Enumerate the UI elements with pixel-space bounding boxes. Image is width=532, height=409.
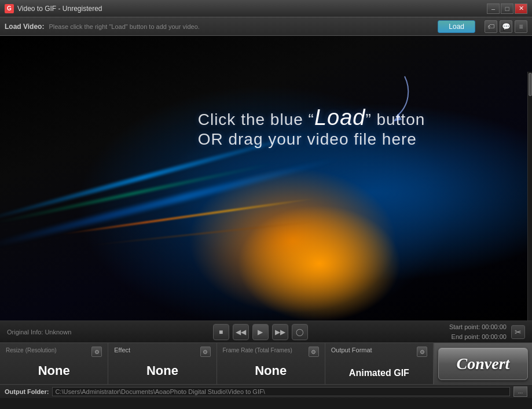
output-format-title: Output Format [331,347,372,353]
output-format-gear-button[interactable]: ⚙ [417,347,427,357]
resize-value: None [6,363,102,381]
minimize-button[interactable]: – [487,3,500,14]
scissors-button[interactable]: ✂ [511,325,525,339]
output-format-section: Output Format ⚙ Animated GIF [325,343,434,384]
effect-gear-button[interactable]: ⚙ [200,347,211,357]
instructions-area: Click the blue “Load” button OR drag you… [198,105,425,149]
app-icon: G [5,4,14,13]
controls-bar: Original Info: Unknown ■ ◀◀ ▶ ▶▶ ◯ Start… [0,320,532,342]
framerate-value: None [223,363,319,381]
framerate-header: Frame Rate (Total Frames) ⚙ [223,347,319,357]
load-bar: Load Video: Please click the right "Load… [0,17,532,36]
time-info-wrap: Start point: 00:00:00 End point: 00:00:0… [449,322,525,341]
effect-title: Effect [114,347,130,353]
effect-value: None [114,363,210,381]
instruction-line-1: Click the blue “Load” button [198,105,425,130]
resize-gear-button[interactable]: ⚙ [91,347,102,357]
framerate-title: Frame Rate (Total Frames) [223,347,292,353]
effect-section: Effect ⚙ None [108,343,217,384]
window-title: Video to GIF - Unregistered [17,5,102,13]
playback-controls: ■ ◀◀ ▶ ▶▶ ◯ [213,324,308,340]
scroll-thumb[interactable] [529,73,532,96]
stop-button[interactable]: ■ [213,324,229,340]
title-bar: G Video to GIF - Unregistered – □ ✕ [0,0,532,17]
tag-icon[interactable]: 🏷 [485,20,497,33]
video-area[interactable]: Click the blue “Load” button OR drag you… [0,36,532,320]
title-controls: – □ ✕ [487,3,527,14]
output-folder-path: C:\Users\Administrator\Documents\AoaoPho… [52,387,510,396]
chat-icon[interactable]: 💬 [500,20,512,33]
next-button[interactable]: ▶▶ [272,324,288,340]
resize-header: Resize (Resolution) ⚙ [6,347,102,357]
time-info: Start point: 00:00:00 End point: 00:00:0… [449,322,507,341]
convert-section[interactable]: Convert [434,343,532,384]
output-format-header: Output Format ⚙ [331,347,427,357]
side-scrollbar[interactable] [527,72,532,320]
end-point: End point: 00:00:00 [449,332,507,342]
convert-button[interactable]: Convert [438,348,528,380]
prev-button[interactable]: ◀◀ [233,324,249,340]
play-button[interactable]: ▶ [252,324,269,340]
output-folder-label: Output Folder: [5,388,49,395]
output-folder-bar: Output Folder: C:\Users\Administrator\Do… [0,384,532,398]
list-icon[interactable]: ≡ [515,20,527,33]
bottom-panel: Resize (Resolution) ⚙ None Effect ⚙ None… [0,342,532,384]
convert-button-label: Convert [457,355,510,373]
output-folder-browse-button[interactable]: ... [513,386,527,397]
title-bar-left: G Video to GIF - Unregistered [5,4,102,13]
resize-section: Resize (Resolution) ⚙ None [0,343,108,384]
load-path-text: Please click the right "Load" button to … [49,23,433,30]
close-button[interactable]: ✕ [515,3,527,14]
maximize-button[interactable]: □ [501,3,513,14]
load-video-label: Load Video: [5,23,44,31]
original-info: Original Info: Unknown [7,329,71,336]
framerate-gear-button[interactable]: ⚙ [309,347,319,357]
load-button[interactable]: Load [438,20,475,33]
output-format-value: Animated GIF [331,368,427,381]
start-point: Start point: 00:00:00 [449,322,507,332]
resize-title: Resize (Resolution) [6,347,57,353]
framerate-section: Frame Rate (Total Frames) ⚙ None [217,343,325,384]
effect-header: Effect ⚙ [114,347,210,357]
instruction-line-2: OR drag your video file here [198,130,425,149]
toolbar-icons: 🏷 💬 ≡ [485,20,527,33]
camera-button[interactable]: ◯ [292,324,308,340]
